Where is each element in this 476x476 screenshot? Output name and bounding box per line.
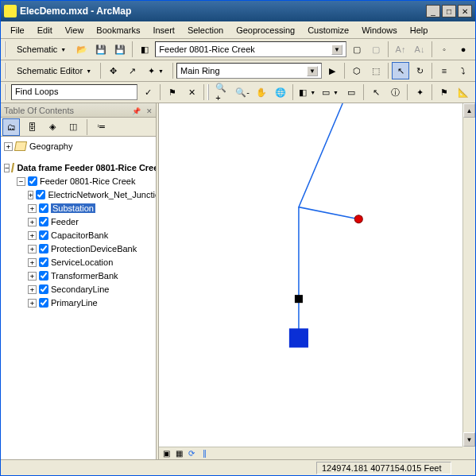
schematic-menu-button[interactable]: Schematic — [11, 42, 72, 56]
menu-file[interactable]: File — [4, 24, 31, 37]
tree-layer-transformer[interactable]: +TransformerBank — [2, 269, 154, 282]
layer-visibility-checkbox[interactable] — [39, 284, 48, 294]
schematic-diagram — [159, 103, 462, 447]
select-elements-button[interactable]: ↖ — [367, 83, 385, 101]
layout-view-button[interactable]: ▦ — [173, 448, 184, 459]
clear-select-button[interactable]: ▭ — [342, 83, 360, 101]
menu-selection[interactable]: Selection — [181, 24, 230, 37]
full-extent-button[interactable]: 🌐 — [272, 83, 289, 101]
list-by-source-button[interactable]: 🗄 — [23, 118, 41, 136]
dataframe-icon — [14, 141, 27, 151]
edit-select-button[interactable]: ↗ — [123, 62, 141, 79]
save-diagram-button[interactable]: 💾 — [92, 41, 110, 58]
title-bar: ElecDemo.mxd - ArcMap _ □ ✕ — [1, 1, 475, 21]
go-to-xy-button[interactable]: ✦ — [411, 83, 428, 101]
pause-draw-button[interactable]: ‖ — [199, 448, 210, 459]
minimize-button[interactable]: _ — [426, 5, 440, 17]
font-decrease-button[interactable]: A↓ — [411, 41, 428, 58]
vertical-scrollbar[interactable] — [462, 103, 475, 447]
layout-combo[interactable]: Main Ring — [176, 63, 322, 79]
square-links-button[interactable]: ⬚ — [367, 62, 385, 79]
app-icon — [4, 5, 17, 17]
toc-options-button[interactable]: ≔ — [92, 118, 110, 136]
menu-geoprocessing[interactable]: Geoprocessing — [230, 24, 301, 37]
menu-customize[interactable]: Customize — [301, 24, 355, 37]
toolbar-handle[interactable] — [4, 41, 8, 57]
menu-edit[interactable]: Edit — [31, 24, 59, 37]
select-tool-button[interactable]: ↖ — [392, 62, 409, 79]
layer-visibility-checkbox[interactable] — [39, 230, 48, 240]
edit-move-button[interactable]: ✥ — [104, 62, 122, 79]
save-as-button[interactable]: 💾 — [111, 41, 129, 58]
increase-symbol-button[interactable]: ● — [455, 41, 472, 58]
toc-tree[interactable]: +Geography −Data frame Feeder 0801-Rice … — [1, 137, 156, 459]
propagate-button[interactable]: ▢ — [348, 41, 366, 58]
find-route-button[interactable]: ⚑ — [435, 83, 453, 101]
layer-visibility-checkbox[interactable] — [28, 176, 37, 186]
bypass-button[interactable]: ⤵ — [455, 62, 472, 79]
tree-layer-feeder[interactable]: +Feeder — [2, 215, 154, 228]
trace-solve-button[interactable]: ✓ — [139, 83, 157, 101]
refresh-button[interactable]: ⟳ — [186, 448, 197, 459]
tree-layer-substation[interactable]: +Substation — [2, 202, 154, 215]
close-button[interactable]: ✕ — [458, 5, 472, 17]
diagram-combo[interactable]: Feeder 0801-Rice Creek — [155, 41, 346, 57]
measure-button[interactable]: 📐 — [455, 83, 472, 101]
maximize-button[interactable]: □ — [442, 5, 456, 17]
tree-dataframe-feeder[interactable]: −Data frame Feeder 0801-Rice Creek — [2, 161, 154, 174]
pan-button[interactable]: ✋ — [253, 83, 270, 101]
export-button[interactable]: ▢ — [367, 41, 385, 58]
layout-task-dropdown[interactable]: ✦ — [142, 64, 169, 79]
toc-close-button[interactable]: ✕ — [146, 107, 153, 115]
schematic-editor-menu-button[interactable]: Schematic Editor — [11, 64, 97, 78]
tree-diagram-layer[interactable]: −Feeder 0801-Rice Creek — [2, 175, 154, 188]
apply-layout-button[interactable]: ▶ — [323, 62, 341, 79]
toolbar-handle[interactable] — [4, 84, 8, 100]
add-junction-flag-button[interactable]: ⚑ — [164, 83, 181, 101]
tree-dataframe-geography[interactable]: +Geography — [2, 140, 154, 153]
zoom-in-button[interactable]: 🔍+ — [215, 83, 232, 101]
network-tool-button[interactable]: ✕ — [183, 83, 200, 101]
zoom-fixed-dropdown[interactable]: ◧ — [296, 85, 318, 100]
open-diagram-button[interactable]: 📂 — [73, 41, 91, 58]
align-button[interactable]: ≡ — [435, 62, 453, 79]
layer-visibility-checkbox[interactable] — [39, 298, 48, 308]
tree-layer-primary[interactable]: +PrimaryLine — [2, 296, 154, 309]
node-reduce-button[interactable]: ⬡ — [348, 62, 366, 79]
font-increase-button[interactable]: A↑ — [392, 41, 409, 58]
tree-layer-secondary[interactable]: +SecondaryLine — [2, 283, 154, 296]
tree-layer-protection[interactable]: +ProtectionDeviceBank — [2, 242, 154, 255]
select-features-dropdown[interactable]: ▭ — [319, 85, 341, 100]
decrease-symbol-button[interactable]: ◦ — [435, 41, 453, 58]
layer-visibility-checkbox[interactable] — [36, 190, 45, 199]
trace-toolbar: Find Loops ✓ ⚑ ✕ 🔍+ 🔍- ✋ 🌐 ◧ ▭ ▭ ↖ ⓘ ✦ ⚑… — [1, 82, 475, 103]
menu-windows[interactable]: Windows — [355, 24, 404, 37]
toc-pin-button[interactable]: 📌 — [132, 107, 141, 115]
toolbar-handle[interactable] — [4, 63, 8, 79]
list-by-drawing-button[interactable]: 🗂 — [2, 118, 20, 136]
layer-visibility-checkbox[interactable] — [39, 257, 48, 267]
layer-visibility-checkbox[interactable] — [39, 203, 48, 213]
menu-help[interactable]: Help — [404, 24, 435, 37]
identify-button[interactable]: ⓘ — [386, 83, 404, 101]
list-by-selection-button[interactable]: ◫ — [64, 118, 82, 136]
table-of-contents-panel: Table Of Contents 📌 ✕ 🗂 🗄 ◈ ◫ ≔ +Geograp… — [1, 103, 156, 459]
layer-visibility-checkbox[interactable] — [39, 244, 48, 253]
tree-layer-electric[interactable]: +ElectricNetwork_Net_Junctions — [2, 188, 154, 201]
menu-insert[interactable]: Insert — [146, 24, 181, 37]
tree-layer-capacitor[interactable]: +CapacitorBank — [2, 229, 154, 242]
layer-visibility-checkbox[interactable] — [39, 217, 48, 226]
zoom-out-button[interactable]: 🔍- — [234, 83, 251, 101]
tree-layer-service[interactable]: +ServiceLocation — [2, 256, 154, 269]
horizontal-scrollbar[interactable]: ▣ ▦ ⟳ ‖ — [159, 447, 462, 459]
trace-task-combo[interactable]: Find Loops — [11, 84, 137, 100]
menu-bookmarks[interactable]: Bookmarks — [90, 24, 146, 37]
layer-visibility-checkbox[interactable] — [39, 271, 48, 281]
menu-view[interactable]: View — [59, 24, 91, 37]
toc-title: Table Of Contents — [4, 106, 74, 115]
map-canvas[interactable] — [159, 103, 475, 459]
rotate-button[interactable]: ↻ — [411, 62, 428, 79]
list-by-visibility-button[interactable]: ◈ — [44, 118, 61, 136]
toolbar-handle[interactable] — [207, 84, 211, 100]
data-view-button[interactable]: ▣ — [161, 448, 172, 459]
